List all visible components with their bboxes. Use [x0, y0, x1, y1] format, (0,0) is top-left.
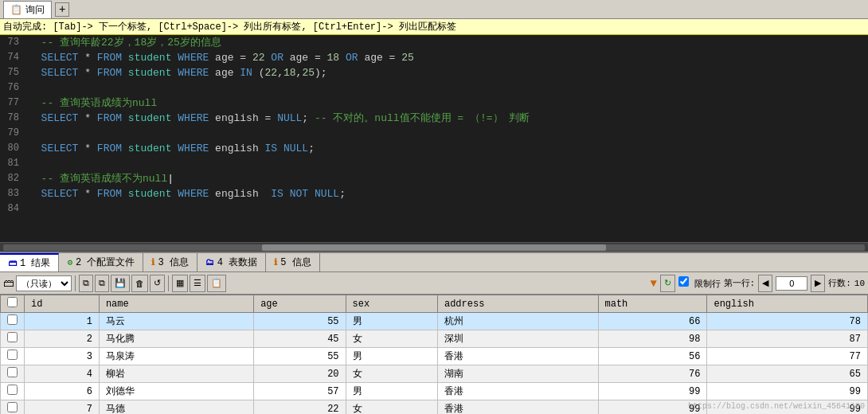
horizontal-scrollbar[interactable]	[0, 242, 868, 252]
code-line: 81	[0, 156, 868, 171]
line-content: SELECT * FROM student WHERE english = NU…	[25, 111, 868, 126]
column-header-name[interactable]: name	[99, 295, 253, 313]
bottom-tab-tabledata[interactable]: 🗂4 表数据	[197, 253, 266, 271]
data-table: idnameagesexaddressmathenglish1马云55男杭州66…	[0, 295, 868, 414]
cell-age: 22	[254, 400, 346, 415]
readonly-select[interactable]: （只读）	[16, 275, 72, 291]
cell-address: 香港	[437, 348, 598, 365]
autocomplete-bar: 自动完成: [Tab]-> 下一个标签, [Ctrl+Space]-> 列出所有…	[0, 19, 868, 35]
line-content: -- 查询年龄22岁，18岁，25岁的信息	[25, 35, 868, 50]
cell-english: 77	[707, 348, 868, 365]
tab-label-info: 3 信息	[158, 256, 188, 269]
tab-label-info2: 5 信息	[280, 256, 311, 269]
row-checkbox[interactable]	[7, 385, 18, 395]
column-header-sex[interactable]: sex	[346, 295, 437, 313]
line-content: -- 查询英语成绩不为null	[25, 171, 868, 186]
tab-icon-results: 🗃	[8, 258, 17, 268]
code-line: 82 -- 查询英语成绩不为null	[0, 171, 868, 186]
reload-btn[interactable]: ↺	[150, 275, 165, 292]
copy2-btn[interactable]: ⧉	[95, 275, 109, 292]
tab-label-config: 2 个配置文件	[76, 256, 135, 269]
row-checkbox[interactable]	[7, 314, 18, 325]
line-number: 74	[0, 50, 25, 65]
tab-label-tabledata: 4 表数据	[217, 256, 257, 269]
column-header-math[interactable]: math	[598, 295, 707, 313]
bottom-tab-info[interactable]: ℹ3 信息	[143, 253, 197, 271]
line-number: 75	[0, 65, 25, 80]
cell-name: 马德	[99, 400, 253, 415]
add-tab-button[interactable]: +	[55, 2, 69, 17]
code-line: 83 SELECT * FROM student WHERE english I…	[0, 186, 868, 201]
filter-icon: ▼	[651, 277, 657, 290]
row-checkbox[interactable]	[7, 350, 18, 360]
select-all-checkbox[interactable]	[7, 297, 18, 307]
cell-age: 20	[254, 365, 346, 383]
query-tab[interactable]: 📋 询问	[3, 1, 52, 18]
code-line: 77 -- 查询英语成绩为null	[0, 96, 868, 111]
column-header-address[interactable]: address	[437, 295, 598, 313]
scroll-thumb[interactable]	[262, 244, 607, 251]
line-number: 77	[0, 96, 25, 111]
cell-age: 45	[254, 330, 346, 348]
cell-math: 99	[598, 383, 707, 400]
cell-name: 柳岩	[99, 365, 253, 383]
row-checkbox-cell	[1, 330, 25, 348]
code-line: 74 SELECT * FROM student WHERE age = 22 …	[0, 50, 868, 65]
autocomplete-hint: 自动完成: [Tab]-> 下一个标签, [Ctrl+Space]-> 列出所有…	[3, 20, 456, 33]
row-checkbox[interactable]	[7, 332, 18, 342]
cell-address: 湖南	[437, 365, 598, 383]
line-number: 83	[0, 186, 25, 201]
scroll-track[interactable]	[3, 244, 865, 251]
form-btn[interactable]: 📋	[207, 275, 226, 292]
bottom-tab-results[interactable]: 🗃1 结果	[0, 253, 59, 271]
table-row[interactable]: 3马泉涛55男香港5677	[1, 348, 868, 365]
cell-name: 马化腾	[99, 330, 253, 348]
code-line: 84	[0, 201, 868, 217]
table-row[interactable]: 6刘德华57男香港9999	[1, 383, 868, 400]
cell-english: 99	[707, 383, 868, 400]
save-btn[interactable]: 💾	[111, 275, 130, 292]
row-count-value: 10	[854, 279, 865, 288]
code-line: 79	[0, 126, 868, 141]
toolbar-icon-1: 🗃	[3, 277, 14, 290]
tab-icon-info: ℹ	[151, 257, 154, 268]
delete-btn[interactable]: 🗑	[131, 275, 148, 292]
column-header-english[interactable]: english	[707, 295, 868, 313]
bottom-tab-config[interactable]: ⚙2 个配置文件	[59, 253, 143, 271]
cell-english: 87	[707, 330, 868, 348]
line-content: SELECT * FROM student WHERE age IN (22,1…	[25, 65, 868, 80]
grid-btn[interactable]: ▦	[172, 275, 188, 292]
first-row-prev-btn[interactable]: ◀	[758, 275, 772, 292]
row-checkbox[interactable]	[7, 367, 18, 377]
line-number: 79	[0, 126, 25, 141]
table-row[interactable]: 4柳岩20女湖南7665	[1, 365, 868, 383]
column-header-age[interactable]: age	[254, 295, 346, 313]
line-number: 81	[0, 156, 25, 171]
table-row[interactable]: 2马化腾45女深圳9887	[1, 330, 868, 348]
cell-id: 7	[25, 400, 100, 415]
list-btn[interactable]: ☰	[190, 275, 205, 292]
cell-address: 杭州	[437, 313, 598, 330]
cell-math: 76	[598, 365, 707, 383]
table-row[interactable]: 1马云55男杭州6678	[1, 313, 868, 330]
tab-icon-config: ⚙	[67, 257, 72, 268]
first-row-input[interactable]	[776, 276, 807, 291]
cell-name: 马泉涛	[99, 348, 253, 365]
bottom-tab-info2[interactable]: ℹ5 信息	[266, 253, 319, 271]
column-header-[interactable]	[1, 295, 25, 313]
toolbar-sep-1	[75, 275, 76, 291]
watermark: https://blog.csdn.net/weixin_45641190	[688, 402, 865, 411]
code-line: 78 SELECT * FROM student WHERE english =…	[0, 111, 868, 126]
row-checkbox-cell	[1, 383, 25, 400]
cell-name: 马云	[99, 313, 253, 330]
toolbar-right: ▼ ↻ 限制行 第一行: ◀ ▶ 行数: 10	[651, 275, 865, 292]
column-header-id[interactable]: id	[25, 295, 100, 313]
line-content: SELECT * FROM student WHERE english IS N…	[25, 141, 868, 156]
limit-row-checkbox[interactable]	[678, 276, 689, 287]
first-row-next-btn[interactable]: ▶	[811, 275, 825, 292]
filter-refresh-btn[interactable]: ↻	[660, 275, 675, 292]
limit-row-label: 限制行	[694, 279, 721, 289]
copy-btn[interactable]: ⧉	[79, 275, 93, 292]
sql-editor[interactable]: 73 -- 查询年龄22岁，18岁，25岁的信息74 SELECT * FROM…	[0, 35, 868, 242]
row-checkbox[interactable]	[7, 402, 18, 412]
